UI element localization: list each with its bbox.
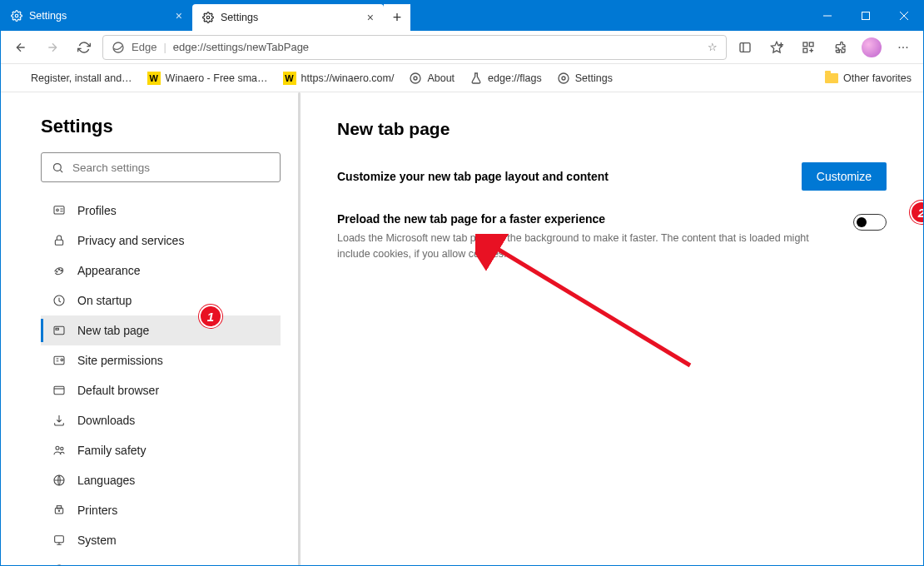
- minimize-button[interactable]: [808, 1, 847, 31]
- sidebar-item-appearance[interactable]: Appearance: [41, 256, 281, 285]
- gear-icon: [202, 12, 214, 23]
- sidebar-item-label: On startup: [77, 294, 132, 307]
- browser-tab-active[interactable]: Settings ×: [192, 4, 384, 31]
- svg-line-44: [492, 246, 690, 365]
- sidebar-item-reset-settings[interactable]: Reset settings: [41, 555, 281, 566]
- search-field[interactable]: [72, 161, 270, 174]
- nav-icon: [52, 234, 66, 247]
- sidebar-item-printers[interactable]: Printers: [41, 495, 281, 525]
- tab-label: Settings: [221, 12, 258, 23]
- bookmark-label: Winaero - Free sma…: [166, 72, 268, 84]
- winaero-icon: W: [283, 72, 296, 85]
- preload-toggle[interactable]: [853, 214, 887, 231]
- tab-label: Settings: [29, 10, 67, 22]
- bookmark-item[interactable]: WWinaero - Free sma…: [147, 72, 268, 85]
- sidebar-title: Settings: [41, 116, 281, 137]
- svg-rect-30: [56, 328, 58, 330]
- favorite-star-icon[interactable]: ☆: [708, 41, 718, 53]
- nav-icon: [52, 294, 66, 307]
- sidebar-item-label: Appearance: [77, 264, 141, 277]
- new-tab-button[interactable]: +: [384, 4, 410, 31]
- bookmark-label: Register, install and…: [31, 72, 132, 84]
- svg-point-23: [57, 209, 59, 211]
- browser-tab-inactive[interactable]: Settings ×: [1, 1, 192, 31]
- sidebar-item-family-safety[interactable]: Family safety: [41, 435, 281, 465]
- winaero-icon: W: [147, 72, 161, 85]
- sidebar-item-privacy-and-services[interactable]: Privacy and services: [41, 226, 281, 256]
- address-bar[interactable]: Edge | edge://settings/newTabPage ☆: [102, 35, 727, 60]
- svg-point-1: [206, 16, 210, 19]
- nav-icon: [52, 264, 66, 277]
- sidebar-item-label: Default browser: [77, 384, 159, 397]
- maximize-button[interactable]: [847, 1, 885, 31]
- nav-icon: [52, 324, 66, 337]
- sidebar-item-site-permissions[interactable]: Site permissions: [41, 345, 281, 375]
- svg-rect-11: [803, 42, 807, 47]
- sidebar-item-default-browser[interactable]: Default browser: [41, 375, 281, 405]
- sidebar-item-on-startup[interactable]: On startup: [41, 285, 281, 315]
- svg-point-20: [54, 163, 62, 171]
- bookmark-item[interactable]: About: [409, 72, 455, 85]
- sidebar-item-label: Privacy and services: [77, 234, 184, 247]
- other-favorites-button[interactable]: Other favorites: [843, 72, 912, 84]
- forward-button[interactable]: [39, 34, 66, 61]
- customize-button[interactable]: Customize: [802, 162, 887, 191]
- sidebar-item-languages[interactable]: Languages: [41, 465, 281, 495]
- svg-rect-33: [54, 386, 64, 394]
- bookmark-item[interactable]: Settings: [557, 72, 613, 85]
- sidebar-item-label: Downloads: [77, 414, 135, 427]
- sidebar-item-label: New tab page: [77, 324, 149, 337]
- url-text: edge://settings/newTabPage: [173, 41, 309, 53]
- nav-icon: [52, 384, 66, 397]
- close-icon[interactable]: ×: [367, 11, 374, 24]
- window-titlebar: Settings × Settings × +: [1, 1, 923, 31]
- customize-row-label: Customize your new tab page layout and c…: [337, 170, 609, 183]
- favorites-button[interactable]: [763, 34, 790, 61]
- svg-point-19: [559, 73, 569, 83]
- window-controls: [808, 1, 923, 31]
- svg-point-16: [414, 77, 417, 80]
- close-icon[interactable]: ×: [176, 9, 182, 22]
- refresh-button[interactable]: [71, 34, 97, 61]
- bookmark-label: edge://flags: [488, 72, 542, 84]
- folder-icon: [825, 73, 838, 83]
- browser-toolbar: Edge | edge://settings/newTabPage ☆ ···: [1, 31, 923, 64]
- bookmark-item[interactable]: edge://flags: [469, 72, 542, 85]
- svg-point-34: [56, 446, 59, 449]
- avatar-icon: [862, 37, 882, 57]
- svg-rect-38: [57, 506, 61, 509]
- extensions-button[interactable]: [827, 34, 853, 61]
- collections-button[interactable]: [795, 34, 822, 61]
- svg-point-26: [58, 269, 59, 270]
- bookmark-item[interactable]: Whttps://winaero.com/: [283, 72, 395, 85]
- sidebar-item-downloads[interactable]: Downloads: [41, 405, 281, 435]
- nav-icon: [52, 204, 66, 217]
- search-settings-input[interactable]: [41, 152, 281, 182]
- edge-icon: [112, 41, 125, 54]
- sidebar-item-system[interactable]: System: [41, 525, 281, 555]
- settings-sidebar: Settings ProfilesPrivacy and servicesApp…: [1, 92, 301, 566]
- preload-setting-label: Preload the new tab page for a faster ex…: [337, 212, 837, 226]
- enter-immersive-reader-button[interactable]: [732, 34, 758, 61]
- sidebar-item-profiles[interactable]: Profiles: [41, 196, 281, 226]
- browser-name-label: Edge: [132, 41, 156, 53]
- sidebar-item-label: System: [77, 534, 117, 547]
- page-title: New tab page: [337, 119, 887, 139]
- gear-icon: [11, 10, 22, 22]
- more-menu-button[interactable]: ···: [890, 34, 917, 61]
- svg-point-18: [562, 77, 565, 80]
- bookmark-item[interactable]: Register, install and…: [12, 72, 132, 85]
- nav-icon: [52, 354, 66, 367]
- sidebar-item-new-tab-page[interactable]: New tab page: [41, 315, 281, 345]
- bookmark-label: About: [427, 72, 455, 84]
- settings-main-panel: New tab page Customize your new tab page…: [301, 92, 923, 566]
- back-button[interactable]: [7, 34, 34, 61]
- close-window-button[interactable]: [885, 1, 923, 31]
- flask-icon: [469, 72, 483, 85]
- sidebar-item-label: Family safety: [77, 444, 146, 457]
- svg-point-32: [61, 359, 63, 361]
- profile-button[interactable]: [858, 34, 885, 61]
- svg-point-27: [61, 270, 62, 271]
- sidebar-item-label: Site permissions: [77, 354, 163, 367]
- svg-rect-24: [55, 240, 62, 245]
